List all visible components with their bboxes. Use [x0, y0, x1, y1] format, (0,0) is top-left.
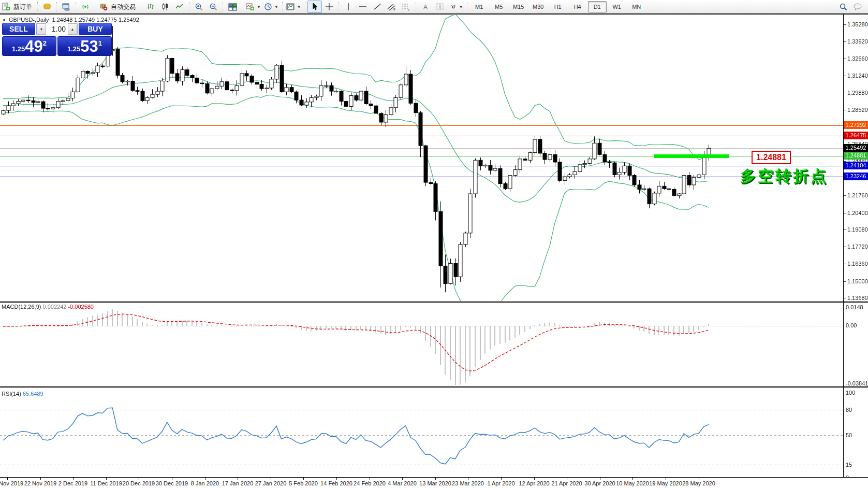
crosshair-button[interactable] [322, 1, 336, 13]
main-chart-canvas[interactable] [0, 15, 843, 302]
channel-button[interactable]: E [385, 1, 399, 13]
horizontal-line-button[interactable] [356, 1, 370, 13]
sell-price-main: 49 [25, 39, 42, 54]
metaeditor-button[interactable] [59, 1, 73, 13]
line-chart-button[interactable] [172, 1, 187, 13]
date-axis-tick [205, 478, 205, 480]
buy-button[interactable]: BUY [79, 23, 112, 35]
macd-main-value: 0.002242 [42, 304, 66, 310]
tile-windows-button[interactable] [225, 1, 240, 13]
date-axis-tick [40, 478, 41, 480]
timeframe-M1[interactable]: M1 [470, 1, 489, 12]
price-axis-tick: 1.21760 [847, 192, 868, 199]
date-axis-label: 11 Dec 2019 [90, 480, 122, 486]
rsi-axis-50: 50 [846, 432, 852, 439]
templates-button[interactable]: ▼ [285, 1, 303, 13]
timeframe-H4[interactable]: H4 [568, 1, 587, 12]
highlight-line-segment[interactable] [654, 154, 729, 158]
price-axis-tick: 1.15000 [847, 278, 868, 285]
price-axis-tick: 1.17720 [847, 243, 868, 250]
date-axis-label: 12 Apr 2020 [519, 480, 549, 486]
sell-button[interactable]: SELL [2, 23, 35, 35]
search-icon [839, 3, 848, 11]
date-axis[interactable]: 13 Nov 201922 Nov 20192 Dec 201911 Dec 2… [0, 478, 868, 488]
timeframe-W1[interactable]: W1 [608, 1, 626, 12]
buy-price-button[interactable]: 1.25531 [57, 36, 112, 56]
new-order-button[interactable]: 新订单 [0, 1, 35, 13]
sell-price-button[interactable]: 1.25492 [2, 36, 56, 56]
zoom-out-button[interactable] [206, 1, 220, 13]
ohlc-readout: 1.24848 1.25749 1.24775 1.25492 [52, 17, 139, 23]
timeframe-MN[interactable]: MN [627, 1, 646, 12]
rsi-panel-canvas[interactable] [0, 389, 843, 477]
date-axis-tick [139, 478, 139, 480]
chat-icon [853, 3, 862, 11]
crosshair-icon [325, 3, 333, 11]
bar-chart-button[interactable] [143, 1, 158, 13]
trendline-button[interactable] [370, 1, 385, 13]
text-icon: A [422, 3, 429, 11]
price-axis-tick: 1.20400 [847, 210, 868, 217]
signals-button[interactable] [78, 1, 93, 13]
price-axis-tick: 1.33920 [847, 38, 868, 45]
timeframe-D1[interactable]: D1 [588, 1, 607, 12]
bid-price-label: 1.25492 [844, 144, 868, 152]
panel-separator[interactable] [0, 301, 868, 303]
cursor-button[interactable] [307, 1, 322, 13]
date-axis-tick [435, 478, 436, 480]
toolbar-separator [139, 1, 143, 12]
date-axis-tick [600, 478, 600, 480]
toolbar-separator [36, 1, 39, 12]
rsi-axis-80: 80 [846, 407, 852, 413]
dropdown-caret-icon: ▼ [297, 5, 301, 9]
candle-chart-button[interactable] [158, 1, 172, 13]
price-callout-box[interactable]: 1.24881 [752, 151, 791, 164]
macd-axis-min: -0.038415 [846, 380, 868, 387]
rsi-value: 65.6489 [23, 391, 43, 397]
indicators-button[interactable]: ▼ [244, 1, 262, 13]
chat-button[interactable] [850, 1, 865, 13]
arrow-shapes-icon [449, 3, 457, 11]
arrows-button[interactable]: ▼ [447, 1, 465, 13]
volume-increase-button[interactable]: ▲ [68, 23, 77, 35]
panel-separator[interactable] [0, 386, 868, 388]
fibonacci-button[interactable]: F [399, 1, 414, 13]
date-axis-label: 21 Apr 2020 [551, 480, 582, 486]
candles-chart-icon [161, 3, 169, 11]
volume-input[interactable]: 1.00 [46, 23, 68, 35]
market-watch-button[interactable] [40, 1, 54, 13]
new-order-icon [2, 3, 10, 11]
sell-price-pip: 2 [43, 39, 47, 47]
volume-decrease-button[interactable]: ▼ [37, 23, 46, 35]
chart-window: ◄ GBPUSD-,Daily 1.24848 1.25749 1.24775 … [0, 13, 868, 488]
macd-panel-canvas[interactable] [0, 303, 843, 386]
date-axis-tick [632, 478, 633, 480]
date-axis-tick [468, 478, 468, 480]
text-button[interactable]: A [418, 1, 433, 13]
svg-text:E: E [393, 8, 395, 11]
timeframe-M30[interactable]: M30 [529, 1, 548, 12]
periods-button[interactable]: ▼ [262, 1, 280, 13]
buy-price-pip: 1 [98, 39, 102, 47]
vertical-line-button[interactable] [341, 1, 356, 13]
timeframe-M15[interactable]: M15 [509, 1, 528, 12]
level-price-label: 1.23246 [844, 173, 868, 180]
one-click-collapse-arrow[interactable]: ◄ [2, 18, 6, 22]
timeframe-M5[interactable]: M5 [490, 1, 508, 12]
timeframe-H1[interactable]: H1 [549, 1, 567, 12]
macd-signal-value: -0.002580 [68, 304, 94, 310]
autotrading-button[interactable]: 自动交易 [97, 1, 139, 13]
toolbar-separator [303, 1, 307, 12]
price-axis-tick: 1.16360 [847, 261, 868, 267]
search-button[interactable] [836, 1, 850, 13]
zoom-in-button[interactable] [192, 1, 206, 13]
toolbar-separator [414, 1, 418, 12]
toolbar: 新订单 自动交易 [0, 0, 868, 14]
level-price-label: 1.26475 [844, 132, 868, 139]
toolbar-separator [281, 1, 284, 12]
text-label-button[interactable]: T [433, 1, 447, 13]
chinese-annotation[interactable]: 多空转折点 [740, 166, 828, 187]
price-axis-tick: 1.31240 [847, 73, 868, 79]
horizontal-line-icon [359, 3, 367, 10]
date-axis-tick [402, 478, 403, 480]
